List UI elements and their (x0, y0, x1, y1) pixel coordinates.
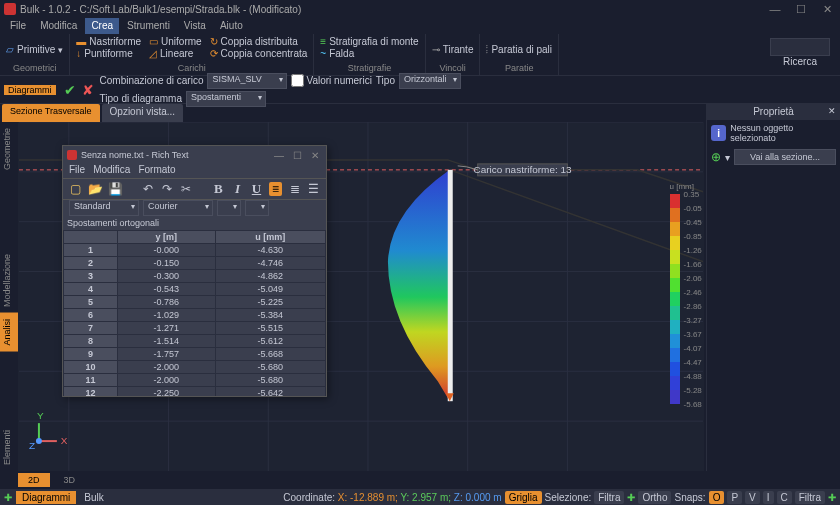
rt-maximize-button[interactable]: ☐ (290, 150, 304, 161)
status-diagrammi[interactable]: Diagrammi (16, 491, 76, 504)
rt-menu-file[interactable]: File (69, 164, 85, 178)
filter2-button[interactable]: Filtra (795, 491, 825, 504)
rt-menu-modifica[interactable]: Modifica (93, 164, 130, 178)
lineare-button[interactable]: ◿ Lineare (149, 48, 202, 59)
coppia-concentrata-button[interactable]: ⟳ Coppia concentrata (210, 48, 308, 59)
apply-icon[interactable]: ✔ (64, 82, 76, 98)
window-title: Bulk - 1.0.2 - C:/Soft.Lab/Bulk1/esempi/… (20, 4, 766, 15)
combo-dropdown[interactable]: SISMA_SLV (207, 73, 287, 89)
diag-label: Tipo di diagramma (100, 93, 182, 104)
font-style-dropdown[interactable]: Standard (69, 200, 139, 216)
tipo-dropdown[interactable]: Orizzontali (399, 73, 462, 89)
combo-label: Combinazione di carico (100, 75, 204, 86)
bold-button[interactable]: B (212, 182, 225, 196)
primitive-button[interactable]: ▱ Primitive ▾ (6, 36, 63, 63)
view-mode-footer: 2D 3D (18, 471, 840, 489)
table-row: 9-1.757-5.668 (64, 348, 326, 361)
info-icon: i (711, 125, 726, 141)
align-right-button[interactable]: ☰ (307, 182, 320, 196)
properties-panel: Proprietà✕ i Nessun oggetto selezionato … (706, 104, 840, 471)
open-icon[interactable]: 📂 (88, 182, 102, 196)
undo-icon[interactable]: ↶ (141, 182, 154, 196)
rail-elementi[interactable]: Elementi (0, 424, 18, 471)
tab-opzioni[interactable]: Opzioni vista... (102, 104, 184, 122)
rt-body[interactable]: Spostamenti ortogonali y [m]u [mm] 1-0.0… (63, 216, 326, 396)
svg-text:Z: Z (29, 440, 35, 451)
font-name-dropdown[interactable]: Courier (143, 200, 213, 216)
redo-icon[interactable]: ↷ (160, 182, 173, 196)
filter1-button[interactable]: Filtra (594, 491, 624, 504)
puntiforme-button[interactable]: ↓ Puntiforme (76, 48, 141, 59)
menu-crea[interactable]: Crea (85, 18, 119, 34)
falda-button[interactable]: ~ Falda (320, 48, 418, 59)
menu-strumenti[interactable]: Strumenti (121, 18, 176, 34)
search-input[interactable] (770, 38, 830, 56)
rt-menu-formato[interactable]: Formato (138, 164, 175, 178)
font-size-dropdown[interactable] (217, 200, 241, 216)
group-paratie-label: Paratie (486, 63, 552, 73)
new-icon[interactable]: ▢ (69, 182, 82, 196)
rail-analisi[interactable]: Analisi (0, 313, 18, 352)
underline-button[interactable]: U (250, 182, 263, 196)
tab-sezione[interactable]: Sezione Trasversale (2, 104, 100, 122)
minimize-button[interactable]: — (766, 3, 784, 16)
nastriforme-button[interactable]: ▬ Nastriforme (76, 36, 141, 47)
align-center-button[interactable]: ≣ (288, 182, 301, 196)
menu-modifica[interactable]: Modifica (34, 18, 83, 34)
table-row: 1-0.000-4.630 (64, 244, 326, 257)
group-carichi-label: Carichi (76, 63, 307, 73)
snap-o[interactable]: O (709, 491, 725, 504)
view-3d-button[interactable]: 3D (54, 473, 86, 487)
italic-button[interactable]: I (231, 182, 244, 196)
font-extra-dropdown[interactable] (245, 200, 269, 216)
snap-i[interactable]: I (763, 491, 774, 504)
rt-close-button[interactable]: ✕ (308, 150, 322, 161)
cancel-icon[interactable]: ✘ (82, 82, 94, 98)
status-bulk: Bulk (84, 492, 103, 503)
menu-vista[interactable]: Vista (178, 18, 212, 34)
snap-c[interactable]: C (777, 491, 792, 504)
uniforme-button[interactable]: ▭ Uniforme (149, 36, 202, 47)
cut-icon[interactable]: ✂ (179, 182, 192, 196)
maximize-button[interactable]: ☐ (792, 3, 810, 16)
rt-minimize-button[interactable]: — (272, 150, 286, 161)
search-label: Ricerca (783, 56, 817, 67)
strat-monte-button[interactable]: ≡ Stratigrafia di monte (320, 36, 418, 47)
diag-dropdown[interactable]: Spostamenti (186, 91, 266, 107)
group-geometrici-label: Geometrici (6, 63, 63, 73)
tirante-button[interactable]: ⊸ Tirante (432, 36, 474, 63)
griglia-toggle[interactable]: Griglia (505, 491, 542, 504)
annotation-label: Carico nastriforme: 13 (474, 164, 573, 175)
table-row: 8-1.514-5.612 (64, 335, 326, 348)
add-icon[interactable]: ⊕ (711, 150, 721, 164)
table-row: 12-2.250-5.642 (64, 387, 326, 397)
coppia-distribuita-button[interactable]: ↻ Coppia distribuita (210, 36, 308, 47)
menu-aiuto[interactable]: Aiuto (214, 18, 249, 34)
valori-checkbox[interactable]: Valori numerici (291, 74, 371, 87)
menu-file[interactable]: File (4, 18, 32, 34)
table-row: 11-2.000-5.680 (64, 374, 326, 387)
ortho-toggle[interactable]: Ortho (638, 491, 671, 504)
picker-icon[interactable]: ▾ (725, 152, 730, 163)
svg-text:X: X (61, 435, 68, 446)
group-stratigrafie-label: Stratigrafie (320, 63, 418, 73)
align-left-button[interactable]: ≡ (269, 182, 282, 196)
goto-section-button[interactable]: Vai alla sezione... (734, 149, 836, 165)
close-button[interactable]: ✕ (818, 3, 836, 16)
props-title: Proprietà (753, 106, 794, 117)
table-row: 3-0.300-4.862 (64, 270, 326, 283)
rail-geometrie[interactable]: Geometrie (0, 122, 18, 176)
rail-modellazione[interactable]: Modellazione (0, 248, 18, 313)
snap-p[interactable]: P (727, 491, 742, 504)
snap-v[interactable]: V (745, 491, 760, 504)
props-close-button[interactable]: ✕ (828, 106, 836, 116)
svg-rect-14 (448, 170, 453, 401)
group-vincoli-label: Vincoli (432, 63, 474, 73)
statusbar: ✚ Diagrammi Bulk Coordinate: X: -12.889 … (0, 489, 840, 505)
paratia-button[interactable]: ⦙ Paratia di pali (486, 36, 552, 63)
search-group: Ricerca (760, 34, 840, 75)
view-2d-button[interactable]: 2D (18, 473, 50, 487)
menubar: File Modifica Crea Strumenti Vista Aiuto (0, 18, 840, 34)
save-icon[interactable]: 💾 (108, 182, 122, 196)
sidetab-diagrammi[interactable]: Diagrammi (4, 85, 56, 95)
